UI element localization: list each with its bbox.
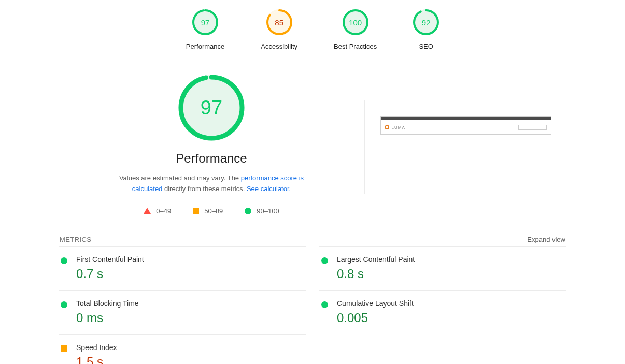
score-label: Accessibility <box>261 42 297 50</box>
metric-first-contentful-paint[interactable]: First Contentful Paint 0.7 s <box>59 246 306 290</box>
legend-fail: 0–49 <box>144 207 171 215</box>
score-label: SEO <box>419 42 433 50</box>
section-title: Performance <box>176 151 247 166</box>
circle-icon <box>61 301 67 308</box>
square-icon <box>61 345 67 352</box>
legend-average: 50–89 <box>193 207 223 215</box>
gauge-accessibility: 85 <box>266 9 292 35</box>
circle-icon <box>321 257 328 264</box>
metric-value: 0 ms <box>76 311 139 325</box>
metric-cumulative-layout-shift[interactable]: Cumulative Layout Shift 0.005 <box>319 290 566 334</box>
metric-largest-contentful-paint[interactable]: Largest Contentful Paint 0.8 s <box>319 246 566 290</box>
metric-value: 0.8 s <box>337 267 415 281</box>
gauge-best-practices: 100 <box>343 9 368 35</box>
metric-value: 1.5 s <box>76 355 117 364</box>
thumbnail-brand: LUMA <box>392 125 405 130</box>
metric-value: 0.7 s <box>76 267 144 281</box>
performance-big-score: 97 <box>178 75 245 141</box>
desc-text: directly from these metrics. <box>162 185 247 193</box>
thumbnail-search-box <box>518 125 547 130</box>
score-value: 100 <box>343 9 368 35</box>
metric-label: Speed Index <box>76 343 117 352</box>
score-performance[interactable]: 97 Performance <box>186 9 224 50</box>
expand-view-toggle[interactable]: Expand view <box>527 236 565 243</box>
score-best-practices[interactable]: 100 Best Practices <box>334 9 377 50</box>
legend-label: 50–89 <box>204 207 223 215</box>
metric-value: 0.005 <box>337 311 414 325</box>
metric-label: Largest Contentful Paint <box>337 255 415 264</box>
score-accessibility[interactable]: 85 Accessibility <box>261 9 297 50</box>
metric-speed-index[interactable]: Speed Index 1.5 s <box>59 334 306 364</box>
score-value: 92 <box>413 9 439 35</box>
performance-description: Values are estimated and may vary. The p… <box>118 173 305 195</box>
gauge-seo: 92 <box>413 9 439 35</box>
performance-section: 97 Performance Values are estimated and … <box>59 59 566 364</box>
score-label: Best Practices <box>334 42 377 50</box>
metrics-heading: METRICS <box>60 236 91 243</box>
score-label: Performance <box>186 42 224 50</box>
score-value: 97 <box>192 9 218 35</box>
legend-label: 0–49 <box>156 207 171 215</box>
metric-label: First Contentful Paint <box>76 255 144 264</box>
score-seo[interactable]: 92 SEO <box>413 9 439 50</box>
legend-label: 90–100 <box>257 207 279 215</box>
circle-icon <box>61 257 67 264</box>
square-icon <box>193 208 199 214</box>
triangle-icon <box>144 208 151 214</box>
desc-text: Values are estimated and may vary. The <box>119 174 241 182</box>
luma-logo-icon <box>385 125 389 129</box>
score-legend: 0–49 50–89 90–100 <box>144 207 279 215</box>
performance-big-gauge: 97 <box>178 75 245 141</box>
page-screenshot-thumbnail: LUMA <box>380 116 551 135</box>
metric-label: Total Blocking Time <box>76 299 139 308</box>
metric-label: Cumulative Layout Shift <box>337 299 414 308</box>
see-calculator-link[interactable]: See calculator. <box>247 185 291 193</box>
circle-icon <box>245 208 251 214</box>
gauge-performance: 97 <box>192 9 218 35</box>
metric-total-blocking-time[interactable]: Total Blocking Time 0 ms <box>59 290 306 334</box>
score-value: 85 <box>266 9 292 35</box>
category-score-bar: 97 Performance 85 Accessibility 100 Best… <box>0 0 625 59</box>
metrics-grid: First Contentful Paint 0.7 s Largest Con… <box>59 246 566 364</box>
circle-icon <box>321 301 328 308</box>
legend-pass: 90–100 <box>245 207 279 215</box>
